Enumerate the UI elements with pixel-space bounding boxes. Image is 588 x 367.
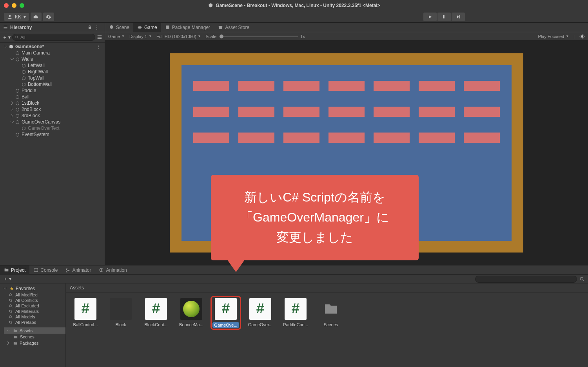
hierarchy-item[interactable]: TopWall: [0, 75, 105, 81]
bug-icon[interactable]: [579, 34, 585, 39]
hierarchy-item[interactable]: EventSystem: [0, 131, 105, 138]
play-controls: [423, 13, 465, 21]
callout-line3: 変更しました: [227, 227, 402, 247]
maximize-window[interactable]: [20, 3, 24, 8]
sidebar-scenes[interactable]: Scenes: [0, 334, 65, 340]
hierarchy-item[interactable]: Ball: [0, 94, 105, 100]
asset-item[interactable]: #BlockCont...: [142, 298, 170, 327]
favorites-item[interactable]: All Excluded: [0, 303, 65, 309]
search-icon: [15, 35, 19, 39]
svg-point-1: [16, 36, 18, 38]
window-title-text: GameScene - Breakout - Windows, Mac, Lin…: [216, 3, 380, 8]
lock-icon[interactable]: [87, 25, 92, 30]
game-panel: Scene Game Package Manager Asset Store G…: [105, 23, 588, 265]
tab-console[interactable]: Console: [29, 265, 62, 275]
tab-animator[interactable]: ⊱Animator: [62, 265, 95, 275]
hierarchy-item[interactable]: 3rdBlock: [0, 113, 105, 119]
settings-button[interactable]: [43, 13, 54, 21]
tab-animation[interactable]: Animation: [95, 265, 131, 275]
chevron-down-icon[interactable]: [4, 45, 8, 49]
close-window[interactable]: [4, 3, 9, 8]
project-panel: Project Console ⊱Animator Animation ＋ ▾ …: [0, 265, 588, 367]
asset-item[interactable]: BounceMa...: [177, 298, 205, 327]
tab-game[interactable]: Game: [133, 23, 161, 32]
hierarchy-item[interactable]: 2ndBlock: [0, 106, 105, 113]
assets-label: Assets: [20, 328, 33, 333]
hierarchy-item[interactable]: Paddle: [0, 87, 105, 94]
favorites-item[interactable]: All Conflicts: [0, 298, 65, 303]
asset-item[interactable]: #GameOve...: [212, 297, 240, 329]
hierarchy-item[interactable]: Main Camera: [0, 50, 105, 56]
play-button[interactable]: [423, 13, 437, 21]
hierarchy-tree[interactable]: GameScene* ⋮ Main CameraWallsLeftWallRig…: [0, 43, 105, 265]
favorites-item[interactable]: All Models: [0, 314, 65, 320]
callout-line1: 新しいC# Scriptの名前を: [227, 187, 402, 207]
search-icon[interactable]: [579, 276, 585, 282]
tab-scene[interactable]: Scene: [105, 23, 133, 32]
brick: [283, 133, 319, 143]
asset-item[interactable]: #PaddleCon...: [281, 298, 310, 327]
sidebar-packages[interactable]: Packages: [0, 340, 65, 346]
sidebar-assets[interactable]: Assets: [4, 327, 65, 334]
brick: [238, 107, 274, 117]
hierarchy-item[interactable]: Walls: [0, 56, 105, 62]
pause-button[interactable]: [437, 13, 451, 21]
asset-grid[interactable]: #BallControl...Block#BlockCont...BounceM…: [66, 293, 588, 367]
tab-package-manager[interactable]: Package Manager: [161, 23, 214, 32]
resolution-dropdown[interactable]: Full HD (1920x1080)▼: [156, 34, 201, 39]
brick: [374, 81, 410, 91]
svg-point-17: [9, 321, 12, 323]
cloud-button[interactable]: [31, 13, 42, 21]
favorites-item[interactable]: All Prefabs: [0, 320, 65, 325]
minimize-window[interactable]: [12, 3, 16, 8]
brick: [464, 107, 500, 117]
folder-icon: [4, 267, 9, 273]
asset-item[interactable]: Scenes: [317, 298, 345, 327]
asset-item[interactable]: Block: [107, 298, 135, 327]
hierarchy-item[interactable]: GameOverText: [0, 125, 105, 131]
svg-point-7: [581, 35, 583, 38]
create-button[interactable]: ＋ ▾: [2, 34, 11, 41]
project-search-input[interactable]: [475, 276, 577, 283]
svg-point-15: [9, 310, 12, 312]
hierarchy-search-input[interactable]: All: [12, 34, 95, 41]
asset-item[interactable]: #GameOver...: [246, 298, 274, 327]
breadcrumb[interactable]: Assets: [66, 283, 588, 293]
scale-value: 1x: [300, 34, 305, 39]
folder-icon: [13, 341, 18, 345]
callout-line2: 「GameOverManager」に: [227, 207, 402, 227]
display-dropdown[interactable]: Display 1▼: [129, 34, 152, 39]
scene-root[interactable]: GameScene* ⋮: [0, 44, 105, 50]
hierarchy-item[interactable]: 1stBlock: [0, 100, 105, 106]
brick: [419, 107, 455, 117]
tab-project[interactable]: Project: [0, 265, 29, 275]
hierarchy-item[interactable]: RightWall: [0, 69, 105, 75]
hierarchy-item[interactable]: GameOverCanvas: [0, 119, 105, 125]
account-button[interactable]: KK ▾: [4, 13, 29, 21]
scale-slider[interactable]: [220, 36, 298, 37]
project-sidebar[interactable]: Favorites All ModifiedAll ConflictsAll E…: [0, 283, 66, 367]
search-options-icon[interactable]: [97, 35, 102, 40]
favorites-item[interactable]: All Materials: [0, 309, 65, 314]
brick: [193, 107, 229, 117]
scenes-label: Scenes: [20, 334, 34, 339]
window-controls[interactable]: [4, 3, 24, 8]
asset-item[interactable]: #BallControl...: [71, 298, 100, 327]
favorites-header[interactable]: Favorites: [0, 285, 65, 292]
brick: [464, 81, 500, 91]
play-focused-dropdown[interactable]: Play Focused▼: [538, 34, 569, 39]
tab-asset-store[interactable]: Asset Store: [214, 23, 253, 32]
pause-icon: [442, 15, 446, 19]
step-button[interactable]: [452, 13, 465, 21]
hierarchy-item[interactable]: LeftWall: [0, 62, 105, 69]
hierarchy-item[interactable]: BottomWall: [0, 81, 105, 87]
favorites-item[interactable]: All Modified: [0, 292, 65, 298]
game-mode-dropdown[interactable]: Game▼: [108, 34, 125, 39]
hierarchy-header[interactable]: Hierarchy ⋮: [0, 23, 105, 32]
packages-label: Packages: [20, 341, 38, 345]
animation-icon: [99, 267, 104, 273]
display-label: Display 1: [129, 34, 147, 39]
scene-menu-icon[interactable]: ⋮: [96, 44, 103, 49]
hierarchy-menu-icon[interactable]: ⋮: [94, 25, 102, 30]
project-create-button[interactable]: ＋ ▾: [3, 276, 11, 282]
